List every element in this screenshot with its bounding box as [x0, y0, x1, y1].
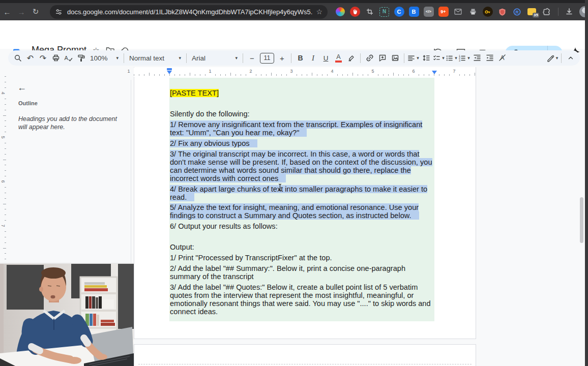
document-paragraph[interactable]	[170, 233, 434, 241]
document-paragraph[interactable]	[170, 100, 434, 108]
url-text[interactable]: docs.google.com/document/d/1ILJbkZ8W4QnK…	[67, 8, 313, 16]
redo-icon[interactable]: ↷	[37, 51, 49, 65]
screenshot-extension-icon[interactable]	[362, 5, 377, 19]
font-value: Arial	[192, 54, 205, 62]
right-indent-marker[interactable]	[432, 71, 437, 74]
document-paragraph[interactable]: 1/ Print "Processed by TranscriptFixer" …	[170, 254, 434, 262]
webcam-overlay	[0, 263, 134, 366]
bulleted-list-icon[interactable]: ▾	[445, 51, 458, 65]
outline-panel-title: Outline	[18, 100, 38, 106]
checklist-caret-icon: ▾	[442, 55, 445, 60]
extensions-puzzle-icon[interactable]	[539, 5, 554, 19]
svg-text:3: 3	[459, 58, 460, 62]
outline-empty-message: Headings you add to the document will ap…	[18, 115, 123, 131]
insert-link-icon[interactable]	[363, 51, 376, 65]
docs-toolbar: ↶ ↷ A 100% ▾ Normal text ▾ Arial ▾ − 11 …	[8, 50, 580, 66]
site-settings-icon[interactable]	[55, 8, 63, 16]
horizontal-ruler: 11234567	[0, 68, 588, 77]
decrease-indent-icon[interactable]	[471, 51, 483, 65]
document-paragraph[interactable]: Output:	[170, 243, 434, 251]
presenter-video	[0, 264, 134, 366]
code-snippet-extension-icon[interactable]: </>	[421, 5, 436, 19]
document-paragraph[interactable]: 4/ Break apart large chunks of text into…	[170, 185, 434, 201]
first-line-indent-marker[interactable]	[167, 68, 172, 70]
document-paragraph[interactable]: Silently do the following:	[170, 110, 434, 118]
notion-clipper-extension-icon[interactable]: N	[377, 5, 392, 19]
window-right-edge	[585, 0, 588, 366]
document-paragraph[interactable]: 6/ Output your results as follows:	[170, 222, 434, 230]
checklist-icon[interactable]: ▾	[432, 51, 445, 65]
pinwheel-extension-icon[interactable]	[333, 5, 347, 19]
editing-mode-icon[interactable]: ▾	[546, 51, 558, 65]
spelling-check-icon[interactable]: A	[62, 51, 75, 65]
align-icon[interactable]: ▾	[407, 51, 420, 65]
url-bar[interactable]: docs.google.com/document/d/1ILJbkZ8W4QnK…	[50, 5, 328, 19]
close-outline-back-icon[interactable]: ←	[17, 82, 26, 93]
print-icon[interactable]	[49, 51, 62, 65]
document-paragraph[interactable]: 3/ Add the label "## Quotes:" Below it, …	[170, 283, 434, 316]
paint-format-icon[interactable]	[75, 51, 87, 65]
vertical-ruler: 4567	[0, 67, 7, 263]
search-menus-icon[interactable]	[11, 51, 24, 65]
scrollbar-thumb[interactable]	[580, 197, 583, 243]
docs-header: Mega Prompt ☆ FileEditViewInsertFormatTo…	[0, 20, 588, 49]
document-paragraph[interactable]: 2/ Add the label "## Summary:". Below it…	[170, 264, 434, 281]
font-caret-icon: ▾	[235, 55, 238, 60]
increase-font-size-icon[interactable]: +	[276, 51, 288, 65]
document-paragraph[interactable]: 5/ Analyze the text for insight, meaning…	[170, 203, 434, 220]
zoom-caret-icon: ▾	[116, 55, 119, 60]
document-text-area[interactable]: [PASTE TEXT] Silently do the following:1…	[169, 78, 434, 321]
screen: ← → ↻ docs.google.com/document/d/1ILJbkZ…	[0, 0, 588, 366]
chrome-divider	[558, 8, 558, 16]
svg-text:R: R	[515, 9, 519, 14]
b-tag-extension-icon[interactable]: B	[406, 5, 421, 19]
bookmark-star-icon[interactable]: ☆	[316, 8, 322, 16]
browser-forward-icon[interactable]: →	[14, 8, 28, 16]
svg-text:A: A	[65, 55, 69, 61]
document-paragraph[interactable]: 2/ Fix any obvious typos	[170, 139, 434, 147]
password-manager-extension-icon[interactable]	[480, 5, 495, 19]
numbered-list-icon[interactable]: 123 ▾	[458, 51, 471, 65]
mail-extension-icon[interactable]	[451, 5, 465, 19]
highlight-color-icon[interactable]	[345, 51, 358, 65]
increase-indent-icon[interactable]	[483, 51, 496, 65]
bold-icon[interactable]: B	[294, 51, 307, 65]
document-paragraph[interactable]: 3/ The original transcript may be incorr…	[170, 150, 434, 182]
collapse-toolbar-icon[interactable]	[564, 51, 577, 65]
style-caret-icon: ▾	[179, 55, 181, 60]
privacy-shield-extension-icon[interactable]	[495, 5, 510, 19]
decrease-font-size-icon[interactable]: −	[246, 51, 258, 65]
page-margin-dashed-line	[138, 364, 472, 364]
insert-image-icon[interactable]	[389, 51, 401, 65]
left-indent-marker[interactable]	[167, 71, 172, 74]
paragraph-style-dropdown[interactable]: Normal text ▾	[127, 51, 184, 65]
undo-icon[interactable]: ↶	[24, 51, 37, 65]
underline-icon[interactable]: U	[319, 51, 332, 65]
align-caret-icon: ▾	[417, 55, 419, 60]
browser-chrome: ← → ↻ docs.google.com/document/d/1ILJbkZ…	[0, 0, 588, 20]
document-paragraph[interactable]: 1/ Remove any insignificant text from th…	[170, 120, 434, 137]
font-size-field[interactable]: 11	[260, 53, 274, 64]
editing-mode-caret-icon: ▾	[556, 55, 558, 60]
r-circle-extension-icon[interactable]: R	[510, 5, 524, 19]
browser-reload-icon[interactable]: ↻	[28, 7, 43, 16]
content-blocker-extension-icon[interactable]	[347, 5, 362, 19]
italic-icon[interactable]: I	[307, 51, 319, 65]
browser-back-icon[interactable]: ←	[0, 8, 14, 16]
clear-formatting-icon[interactable]: A	[496, 51, 509, 65]
outline-panel-divider	[131, 80, 131, 263]
font-dropdown[interactable]: Arial ▾	[189, 51, 240, 65]
c-app-extension-icon[interactable]: C	[392, 5, 406, 19]
text-cursor-pointer	[278, 184, 282, 193]
text-color-icon[interactable]: A	[332, 51, 345, 65]
document-page-2[interactable]	[134, 344, 476, 366]
add-comment-icon[interactable]	[376, 51, 389, 65]
downloads-icon[interactable]	[563, 5, 575, 18]
document-paragraph[interactable]: [PASTE TEXT]	[170, 89, 434, 97]
zoom-dropdown[interactable]: 100% ▾	[87, 51, 121, 65]
tab-counter-extension-icon[interactable]: 35	[524, 5, 539, 19]
notifications-extension-icon[interactable]: 9+	[436, 5, 451, 19]
line-spacing-icon[interactable]	[420, 51, 432, 65]
printer-extension-icon[interactable]	[465, 5, 480, 19]
extension-strip: NCB</>9+R35	[333, 5, 554, 19]
